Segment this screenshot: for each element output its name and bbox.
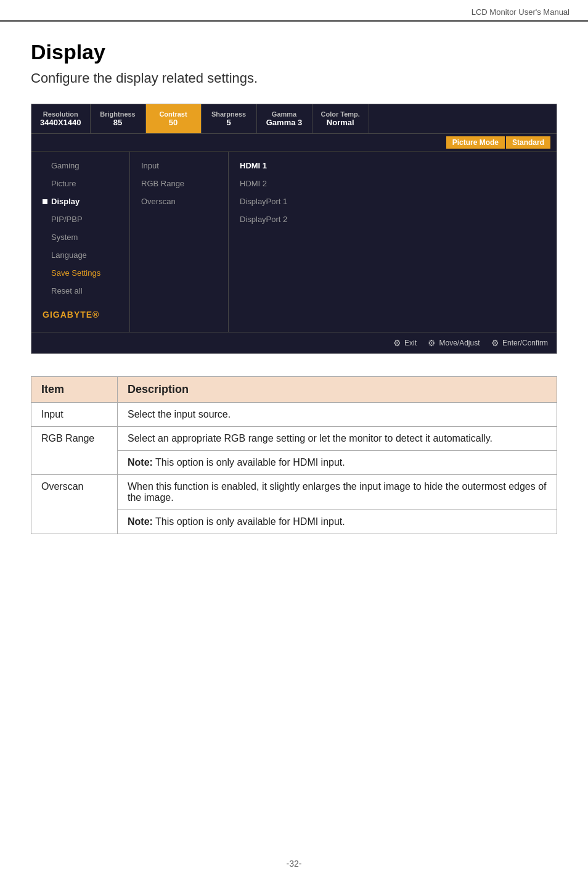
item-overscan: Overscan (31, 475, 118, 534)
osd-menu-language[interactable]: Language (31, 246, 129, 264)
osd-menu-save-settings[interactable]: Save Settings (31, 264, 129, 282)
osd-sub-menu: Input RGB Range Overscan (130, 152, 229, 332)
desc-overscan-main: When this function is enabled, it slight… (118, 475, 557, 510)
osd-sub-overscan[interactable]: Overscan (130, 192, 228, 210)
page-number: -32- (287, 859, 302, 868)
page-title: Display (31, 40, 557, 64)
osd-tab-brightness: Brightness 85 (91, 104, 146, 133)
osd-main-menu: Gaming Picture Display PIP/PBP System (31, 152, 130, 332)
osd-tab-contrast: Contrast 50 (146, 104, 202, 133)
osd-brand: GIGABYTE® (31, 302, 129, 327)
table-row-overscan: Overscan When this function is enabled, … (31, 475, 557, 510)
osd-menu-system[interactable]: System (31, 228, 129, 246)
osd-menu-display[interactable]: Display (31, 192, 129, 210)
osd-control-exit: ⚙ Exit (393, 338, 417, 348)
page-footer: -32- (0, 859, 588, 868)
enter-icon: ⚙ (491, 338, 499, 348)
osd-topbar: Resolution 3440X1440 Brightness 85 Contr… (31, 104, 557, 134)
osd-control-move: ⚙ Move/Adjust (428, 338, 480, 348)
desc-overscan-note: Note: This option is only available for … (118, 510, 557, 534)
picture-mode-row: Picture Mode Standard (31, 134, 557, 152)
osd-input-hdmi1[interactable]: HDMI 1 (229, 157, 557, 175)
desc-input: Select the input source. (118, 403, 557, 427)
monitor-osd: Resolution 3440X1440 Brightness 85 Contr… (31, 104, 557, 354)
osd-sub-rgb-range[interactable]: RGB Range (130, 175, 228, 192)
osd-menu-reset-all[interactable]: Reset all (31, 282, 129, 300)
osd-menu-pip-pbp[interactable]: PIP/PBP (31, 210, 129, 228)
item-input: Input (31, 403, 118, 427)
item-rgb-range: RGB Range (31, 427, 118, 475)
osd-input-dp1[interactable]: DisplayPort 1 (229, 192, 557, 210)
picture-mode-label: Picture Mode (446, 136, 505, 149)
exit-icon: ⚙ (393, 338, 401, 348)
osd-input-menu: HDMI 1 HDMI 2 DisplayPort 1 DisplayPort … (229, 152, 557, 332)
col-desc-header: Description (118, 377, 557, 403)
col-item-header: Item (31, 377, 118, 403)
osd-input-dp2[interactable]: DisplayPort 2 (229, 210, 557, 228)
picture-mode-value: Standard (506, 136, 550, 149)
osd-tab-gamma: Gamma Gamma 3 (257, 104, 312, 133)
osd-menu-gaming[interactable]: Gaming (31, 157, 129, 175)
table-row-rgb-range: RGB Range Select an appropriate RGB rang… (31, 427, 557, 451)
osd-control-enter: ⚙ Enter/Confirm (491, 338, 548, 348)
manual-title: LCD Monitor User's Manual (472, 7, 570, 17)
osd-tab-resolution: Resolution 3440X1440 (31, 104, 91, 133)
note-bold-overscan: Note: (128, 516, 153, 527)
description-table: Item Description Input Select the input … (31, 376, 557, 534)
osd-sub-input[interactable]: Input (130, 157, 228, 175)
page-header: LCD Monitor User's Manual (0, 0, 588, 22)
osd-tab-sharpness: Sharpness 5 (202, 104, 257, 133)
desc-rgb-range-main: Select an appropriate RGB range setting … (118, 427, 557, 451)
note-bold-rgb: Note: (128, 457, 153, 468)
desc-rgb-range-note: Note: This option is only available for … (118, 451, 557, 475)
osd-controls: ⚙ Exit ⚙ Move/Adjust ⚙ Enter/Confirm (31, 332, 557, 353)
osd-body: Gaming Picture Display PIP/PBP System (31, 152, 557, 332)
osd-tab-colortemp: Color Temp. Normal (312, 104, 369, 133)
page-subtitle: Configure the display related settings. (31, 70, 557, 86)
move-icon: ⚙ (428, 338, 436, 348)
table-row-input: Input Select the input source. (31, 403, 557, 427)
osd-input-hdmi2[interactable]: HDMI 2 (229, 175, 557, 192)
osd-menu-picture[interactable]: Picture (31, 175, 129, 192)
